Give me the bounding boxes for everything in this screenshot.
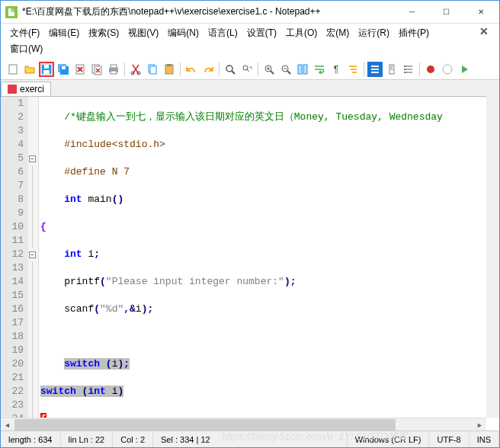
svg-point-28 bbox=[404, 66, 405, 67]
scroll-right-icon[interactable]: ► bbox=[473, 419, 486, 430]
indent-guide-icon[interactable] bbox=[345, 62, 361, 77]
vertical-scrollbar[interactable] bbox=[486, 85, 499, 418]
menu-macro[interactable]: 宏(M) bbox=[322, 25, 354, 41]
code-content[interactable]: /*键盘输入一到七，显示输入该日期对应的英文日（Money, Tuesday, … bbox=[39, 97, 499, 440]
svg-rect-3 bbox=[44, 65, 49, 69]
doc-map-icon[interactable] bbox=[384, 62, 399, 77]
menu-x-icon[interactable]: ✕ bbox=[473, 25, 495, 41]
play-macro-icon[interactable] bbox=[457, 62, 472, 77]
print-icon[interactable] bbox=[106, 62, 121, 77]
close-button[interactable]: ✕ bbox=[463, 2, 498, 23]
menu-window[interactable]: 窗口(W) bbox=[5, 41, 495, 57]
menu-view[interactable]: 视图(V) bbox=[123, 25, 163, 41]
redo-icon[interactable] bbox=[200, 62, 216, 77]
svg-point-20 bbox=[226, 66, 232, 72]
code-editor[interactable]: 123456789101112131415161718192021222324 … bbox=[1, 97, 499, 440]
svg-rect-13 bbox=[111, 71, 117, 74]
replace-icon[interactable] bbox=[239, 62, 255, 77]
folder-as-workspace-icon[interactable] bbox=[367, 62, 383, 77]
wrap-icon[interactable] bbox=[312, 62, 327, 77]
menu-search[interactable]: 搜索(S) bbox=[84, 25, 123, 41]
svg-rect-19 bbox=[167, 64, 171, 66]
statusbar: length : 634 lin Ln : 22 Col : 2 Sel : 3… bbox=[1, 430, 499, 447]
svg-rect-11 bbox=[111, 65, 117, 68]
menu-encoding[interactable]: 编码(N) bbox=[163, 25, 204, 41]
tabbar: exerci bbox=[1, 80, 499, 97]
svg-rect-24 bbox=[298, 65, 302, 74]
close-all-icon[interactable] bbox=[89, 62, 104, 77]
menu-language[interactable]: 语言(L) bbox=[204, 25, 242, 41]
menubar: 文件(F) 编辑(E) 搜索(S) 视图(V) 编码(N) 语言(L) 设置(T… bbox=[1, 24, 499, 59]
svg-point-29 bbox=[404, 69, 405, 70]
tab-label: exerci bbox=[20, 84, 44, 94]
paste-icon[interactable] bbox=[162, 62, 177, 77]
menu-plugins[interactable]: 插件(P) bbox=[394, 25, 434, 41]
cut-icon[interactable] bbox=[128, 62, 143, 77]
maximize-button[interactable]: ☐ bbox=[429, 2, 463, 23]
scroll-left-icon[interactable]: ◄ bbox=[1, 419, 14, 430]
svg-text:¶: ¶ bbox=[334, 64, 338, 75]
save-all-icon[interactable] bbox=[56, 62, 71, 77]
show-all-chars-icon[interactable]: ¶ bbox=[329, 62, 344, 77]
menu-tools[interactable]: 工具(O) bbox=[281, 25, 322, 41]
menu-edit[interactable]: 编辑(E) bbox=[44, 25, 84, 41]
svg-rect-4 bbox=[43, 70, 50, 74]
sync-v-icon[interactable] bbox=[295, 62, 310, 77]
window-controls: ─ ☐ ✕ bbox=[395, 2, 498, 23]
toolbar: 保存(S) ¶ bbox=[1, 59, 499, 80]
svg-rect-25 bbox=[303, 65, 307, 74]
svg-rect-17 bbox=[150, 66, 156, 74]
app-icon bbox=[5, 6, 18, 18]
zoom-out-icon[interactable] bbox=[278, 62, 293, 77]
status-encoding[interactable]: UTF-8 bbox=[429, 431, 469, 447]
find-icon[interactable] bbox=[223, 62, 238, 77]
status-sel: Sel : 334 | 12 bbox=[153, 431, 348, 447]
status-mode[interactable]: INS bbox=[470, 431, 499, 447]
scrollbar-thumb[interactable] bbox=[14, 419, 396, 430]
window-title: *E:\百度网盘下载后的东西\notepad++\v\exercise\exer… bbox=[22, 5, 395, 18]
svg-point-31 bbox=[427, 66, 434, 73]
unsaved-file-icon bbox=[8, 85, 17, 94]
status-col: Col : 2 bbox=[113, 431, 153, 447]
save-button[interactable]: 保存(S) bbox=[39, 62, 54, 77]
undo-icon[interactable] bbox=[184, 62, 199, 77]
open-file-icon[interactable] bbox=[22, 62, 37, 77]
new-file-icon[interactable] bbox=[5, 62, 21, 77]
status-eol[interactable]: Windows (CR LF) bbox=[348, 431, 430, 447]
status-length: length : 634 bbox=[1, 431, 61, 447]
horizontal-scrollbar[interactable]: ◄ ► bbox=[1, 418, 486, 430]
zoom-in-icon[interactable] bbox=[261, 62, 277, 77]
status-lines: lin Ln : 22 bbox=[61, 431, 114, 447]
copy-icon[interactable] bbox=[145, 62, 160, 77]
menu-run[interactable]: 运行(R) bbox=[354, 25, 394, 41]
svg-rect-7 bbox=[62, 66, 66, 69]
line-number-gutter: 123456789101112131415161718192021222324 bbox=[1, 97, 28, 440]
function-list-icon[interactable] bbox=[401, 62, 416, 77]
svg-point-32 bbox=[443, 65, 452, 74]
fold-gutter[interactable]: − − bbox=[28, 97, 39, 440]
stop-macro-icon[interactable] bbox=[440, 62, 455, 77]
titlebar: *E:\百度网盘下载后的东西\notepad++\v\exercise\exer… bbox=[1, 1, 499, 24]
fold-minus-icon[interactable]: − bbox=[29, 155, 36, 162]
svg-rect-1 bbox=[9, 65, 17, 74]
record-macro-icon[interactable] bbox=[423, 62, 438, 77]
minimize-button[interactable]: ─ bbox=[395, 2, 429, 23]
close-file-icon[interactable] bbox=[72, 62, 88, 77]
file-tab[interactable]: exerci bbox=[1, 82, 51, 96]
fold-minus-icon[interactable]: − bbox=[29, 251, 36, 258]
menu-settings[interactable]: 设置(T) bbox=[242, 25, 281, 41]
svg-point-30 bbox=[404, 72, 405, 73]
menu-file[interactable]: 文件(F) bbox=[5, 25, 44, 41]
